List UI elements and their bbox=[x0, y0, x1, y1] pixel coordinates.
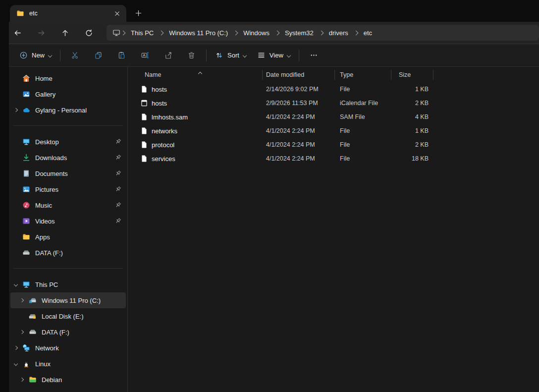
chevron-right-icon bbox=[159, 30, 164, 35]
breadcrumb[interactable]: This PC Windows 11 Pro (C:) Windows Syst… bbox=[107, 25, 539, 41]
breadcrumb-windows[interactable]: Windows bbox=[238, 27, 274, 39]
sidebar-item-linux[interactable]: Linux bbox=[10, 356, 126, 372]
breadcrumb-system32[interactable]: System32 bbox=[280, 27, 319, 39]
chevron-right-icon bbox=[233, 30, 238, 35]
chevron-right-icon bbox=[121, 30, 126, 35]
sidebar-item-home[interactable]: Home bbox=[10, 70, 126, 86]
copy-button[interactable] bbox=[87, 47, 110, 64]
breadcrumb-etc[interactable]: etc bbox=[359, 27, 377, 39]
file-name: lmhosts.sam bbox=[152, 113, 188, 121]
sidebar-item-apps[interactable]: Apps bbox=[10, 229, 126, 245]
sidebar-item-label: Home bbox=[35, 75, 126, 82]
column-header-type[interactable]: Type bbox=[335, 70, 391, 80]
sidebar-item-documents[interactable]: Documents bbox=[10, 166, 126, 181]
command-bar: New A Sort View bbox=[9, 44, 539, 67]
paste-button[interactable] bbox=[110, 47, 133, 64]
view-button[interactable]: View bbox=[252, 47, 296, 64]
arrow-right-icon bbox=[37, 29, 46, 37]
file-row[interactable]: protocol 4/1/2024 2:24 PM File 2 KB bbox=[128, 138, 539, 152]
file-name: services bbox=[152, 155, 175, 163]
sort-button[interactable]: Sort bbox=[210, 47, 252, 64]
sidebar-item-music[interactable]: Music bbox=[10, 197, 126, 213]
this-pc-icon bbox=[22, 280, 30, 288]
sidebar-item-pictures[interactable]: Pictures bbox=[10, 181, 126, 197]
file-row[interactable]: services 4/1/2024 2:24 PM File 18 KB bbox=[128, 152, 539, 166]
file-type: File bbox=[335, 155, 391, 162]
arrow-up-icon bbox=[61, 29, 69, 37]
collapse-chevron-icon[interactable] bbox=[12, 277, 19, 292]
music-icon bbox=[22, 201, 30, 209]
sidebar-item-local-disk-e[interactable]: Local Disk (E:) bbox=[10, 308, 126, 324]
this-pc-small-icon bbox=[112, 29, 120, 37]
content-area: Home Gallery Gylang - Personal Desktop bbox=[9, 67, 539, 392]
new-tab-button[interactable] bbox=[132, 6, 145, 19]
refresh-button[interactable] bbox=[81, 25, 97, 41]
sidebar-item-label: Local Disk (E:) bbox=[42, 313, 126, 320]
expand-chevron-icon[interactable] bbox=[12, 102, 19, 118]
breadcrumb-drivers[interactable]: drivers bbox=[324, 27, 353, 39]
file-row[interactable]: networks 4/1/2024 2:24 PM File 1 KB bbox=[128, 124, 539, 138]
column-header-date-modified[interactable]: Date modified bbox=[263, 70, 335, 80]
new-button[interactable]: New bbox=[14, 47, 57, 64]
chevron-down-icon bbox=[287, 53, 291, 57]
pin-icon bbox=[114, 138, 122, 146]
file-size: 2 KB bbox=[391, 141, 433, 148]
breadcrumb-drive-c[interactable]: Windows 11 Pro (C:) bbox=[164, 27, 233, 39]
share-button[interactable] bbox=[157, 47, 180, 64]
file-date: 4/1/2024 2:24 PM bbox=[263, 127, 335, 134]
sort-button-label: Sort bbox=[227, 52, 239, 59]
file-row[interactable]: lmhosts.sam 4/1/2024 2:24 PM SAM File 4 … bbox=[128, 110, 539, 124]
paste-icon bbox=[117, 51, 126, 59]
tab-close-button[interactable] bbox=[111, 8, 122, 19]
expand-chevron-icon[interactable] bbox=[18, 372, 25, 388]
sidebar-item-label: Linux bbox=[35, 360, 126, 368]
sidebar-item-windows-11-pro-c[interactable]: Windows 11 Pro (C:) bbox=[10, 292, 126, 308]
back-button[interactable] bbox=[9, 25, 25, 41]
sort-ascending-indicator bbox=[199, 68, 202, 77]
pin-icon bbox=[114, 185, 122, 193]
file-row[interactable]: hosts 2/14/2026 9:02 PM File 1 KB bbox=[128, 82, 539, 96]
file-date: 4/1/2024 2:24 PM bbox=[263, 113, 335, 120]
sidebar-item-gallery[interactable]: Gallery bbox=[10, 86, 126, 102]
column-header-size[interactable]: Size bbox=[391, 70, 433, 80]
column-header-name[interactable]: Name bbox=[128, 70, 263, 80]
file-date: 2/9/2026 11:53 PM bbox=[263, 100, 335, 107]
arrow-left-icon bbox=[13, 29, 22, 37]
sidebar-item-network[interactable]: Network bbox=[10, 340, 126, 356]
breadcrumb-this-pc[interactable]: This PC bbox=[126, 27, 159, 39]
explorer-tab[interactable]: etc bbox=[10, 5, 126, 22]
navigation-pane: Home Gallery Gylang - Personal Desktop bbox=[9, 67, 128, 392]
delete-button[interactable] bbox=[180, 47, 203, 64]
sidebar-item-onedrive[interactable]: Gylang - Personal bbox=[10, 102, 126, 118]
collapse-chevron-icon[interactable] bbox=[12, 356, 19, 372]
file-type: File bbox=[335, 127, 391, 134]
sidebar-item-data-f[interactable]: DATA (F:) bbox=[10, 245, 126, 261]
file-size: 18 KB bbox=[391, 155, 433, 162]
pin-icon bbox=[114, 169, 122, 177]
rename-icon: A bbox=[141, 51, 149, 59]
sidebar-item-desktop[interactable]: Desktop bbox=[10, 134, 126, 150]
file-size: 2 KB bbox=[391, 100, 433, 107]
forward-button[interactable] bbox=[33, 25, 49, 41]
expand-chevron-icon[interactable] bbox=[18, 324, 25, 340]
cut-button[interactable] bbox=[63, 47, 87, 64]
sidebar-divider bbox=[13, 268, 123, 269]
sidebar-item-videos[interactable]: Videos bbox=[10, 213, 126, 229]
file-row[interactable]: hosts 2/9/2026 11:53 PM iCalendar File 2… bbox=[128, 96, 539, 110]
sidebar-item-debian[interactable]: Debian bbox=[10, 372, 126, 388]
sidebar-item-this-pc[interactable]: This PC bbox=[10, 277, 126, 292]
file-date: 4/1/2024 2:24 PM bbox=[263, 155, 335, 162]
expand-chevron-icon[interactable] bbox=[12, 340, 19, 356]
rename-button[interactable]: A bbox=[133, 47, 157, 64]
sidebar-item-label: Debian bbox=[42, 376, 126, 384]
share-icon bbox=[164, 51, 172, 59]
pin-icon bbox=[114, 217, 122, 225]
file-size: 4 KB bbox=[391, 113, 433, 120]
sidebar-item-label: Videos bbox=[35, 218, 126, 225]
more-options-button[interactable] bbox=[302, 47, 325, 64]
up-button[interactable] bbox=[57, 25, 73, 41]
sidebar-item-data-f-tree[interactable]: DATA (F:) bbox=[10, 324, 126, 340]
expand-chevron-icon[interactable] bbox=[18, 292, 25, 308]
file-name: protocol bbox=[152, 141, 174, 149]
sidebar-item-downloads[interactable]: Downloads bbox=[10, 150, 126, 166]
